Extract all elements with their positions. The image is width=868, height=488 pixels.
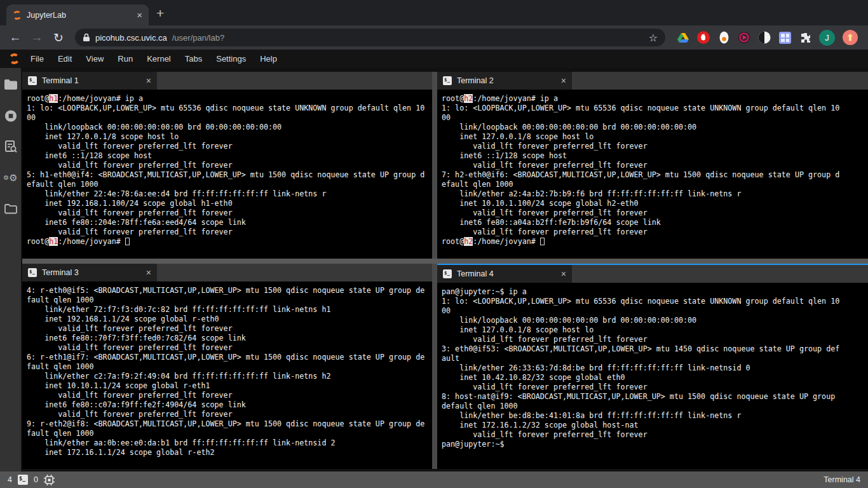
statusbar-current-item[interactable]: Terminal 4 (824, 475, 860, 484)
terminal-1-panel: $_ Terminal 1 × root@h1:/home/jovyan# ip… (22, 72, 432, 259)
browser-update-icon[interactable]: ⬆ (843, 30, 858, 45)
menu-view[interactable]: View (79, 50, 111, 68)
left-sidebar: ⚙⚙ (0, 68, 21, 471)
tab-grid-icon[interactable] (778, 31, 791, 44)
extension-row: J ⬆ (673, 30, 862, 46)
terminal-3-close-icon[interactable]: × (146, 268, 151, 278)
terminal-icon: $_ (28, 268, 37, 277)
dark-reader-icon[interactable] (758, 31, 771, 44)
property-inspector-icon[interactable]: ⚙⚙ (4, 172, 17, 184)
jupyterlab-logo-icon (8, 53, 20, 65)
terminal-1-tabbar: $_ Terminal 1 × (22, 72, 432, 90)
new-tab-button[interactable]: + (156, 2, 164, 21)
terminal-4-tab-title: Terminal 4 (457, 269, 556, 278)
terminal-1-tab[interactable]: $_ Terminal 1 × (22, 72, 157, 90)
url-host: picohub.csc.uvic.ca (95, 33, 167, 43)
terminal-icon: $_ (28, 76, 37, 85)
dock-panel: $_ Terminal 1 × root@h1:/home/jovyan# ip… (21, 68, 868, 471)
terminal-icon: $_ (443, 269, 452, 278)
terminal-2-tabbar: $_ Terminal 2 × (437, 72, 868, 90)
terminal-2-panel: $_ Terminal 2 × root@h2:/home/jovyan# ip… (437, 72, 868, 259)
reload-button[interactable]: ↻ (50, 29, 67, 46)
profile-avatar[interactable]: J (819, 30, 835, 46)
terminal-2-tab-title: Terminal 2 (457, 76, 556, 85)
menu-run[interactable]: Run (111, 50, 140, 68)
terminal-1-tab-title: Terminal 1 (42, 76, 141, 85)
main-area: ⚙⚙ $_ Terminal 1 × root@h1:/home/jovyan#… (0, 68, 868, 471)
extension-manager-icon[interactable] (4, 203, 17, 215)
running-sessions-icon[interactable] (4, 109, 17, 122)
terminal-2-output[interactable]: root@h2:/home/jovyan# ip a1: lo: <LOOPBA… (437, 90, 868, 259)
status-bar: 4 $_ 0 Terminal 4 (0, 471, 868, 488)
back-button[interactable]: ← (6, 29, 24, 46)
forward-button[interactable]: → (28, 29, 46, 46)
padlock-icon (83, 33, 90, 42)
browser-tab-title: JupyterLab (27, 11, 132, 20)
terminal-2-close-icon[interactable]: × (561, 76, 566, 86)
terminal-4-tabbar: $_ Terminal 4 × (437, 264, 868, 283)
menu-file[interactable]: File (24, 50, 51, 68)
jupyter-favicon-icon (12, 10, 22, 20)
table-of-contents-icon[interactable] (4, 140, 17, 153)
terminal-4-panel: $_ Terminal 4 × pan@jupyter:~$ ip a1: lo… (437, 264, 868, 469)
terminal-4-tab[interactable]: $_ Terminal 4 × (437, 265, 572, 283)
terminal-2-tab[interactable]: $_ Terminal 2 × (437, 72, 572, 90)
terminal-4-output[interactable]: pan@jupyter:~$ ip a1: lo: <LOOPBACK,UP,L… (437, 283, 868, 469)
menu-kernel[interactable]: Kernel (140, 50, 178, 68)
vertical-splitter-top[interactable] (432, 72, 437, 259)
browser-tab-strip: JupyterLab × + (0, 0, 868, 25)
browser-toolbar: ← → ↻ picohub.csc.uvic.ca/user/pan/lab? … (0, 25, 868, 50)
terminal-1-close-icon[interactable]: × (146, 76, 151, 86)
session-widget-icon[interactable] (717, 31, 730, 44)
kernels-count[interactable]: 0 (34, 475, 38, 484)
adblock-icon[interactable] (697, 31, 710, 44)
terminal-3-tab-title: Terminal 3 (42, 268, 141, 277)
menu-tabs[interactable]: Tabs (178, 50, 209, 68)
terminal-icon: $_ (443, 76, 452, 85)
bookmark-star-icon[interactable]: ☆ (649, 32, 658, 44)
file-browser-icon[interactable] (4, 78, 17, 91)
jupyterlab-menubar: File Edit View Run Kernel Tabs Settings … (0, 50, 868, 68)
menu-help[interactable]: Help (253, 50, 284, 68)
terminals-count[interactable]: 4 (8, 475, 12, 484)
tab-close-icon[interactable]: × (137, 10, 142, 20)
url-path: /user/pan/lab? (172, 33, 224, 43)
extensions-puzzle-icon[interactable] (799, 31, 811, 44)
terminal-3-panel: $_ Terminal 3 × 4: r-eth0@if5: <BROADCAS… (22, 264, 432, 469)
terminal-3-tabbar: $_ Terminal 3 × (22, 264, 432, 281)
url-bar[interactable]: picohub.csc.uvic.ca/user/pan/lab? ☆ (75, 29, 665, 46)
horizontal-splitter[interactable] (22, 259, 868, 264)
terminal-status-icon[interactable]: $_ (18, 475, 28, 485)
menu-edit[interactable]: Edit (51, 50, 79, 68)
google-drive-icon[interactable] (677, 31, 689, 44)
vertical-splitter-bottom[interactable] (432, 264, 437, 469)
terminal-4-close-icon[interactable]: × (561, 269, 566, 279)
kernel-chip-icon[interactable] (44, 475, 55, 485)
menu-settings[interactable]: Settings (209, 50, 253, 68)
terminal-1-output[interactable]: root@h1:/home/jovyan# ip a1: lo: <LOOPBA… (22, 90, 432, 259)
browser-tab[interactable]: JupyterLab × (6, 4, 149, 25)
terminal-3-tab[interactable]: $_ Terminal 3 × (22, 264, 157, 281)
video-player-icon[interactable] (738, 31, 750, 44)
terminal-3-output[interactable]: 4: r-eth0@if5: <BROADCAST,MULTICAST,UP,L… (22, 281, 432, 469)
